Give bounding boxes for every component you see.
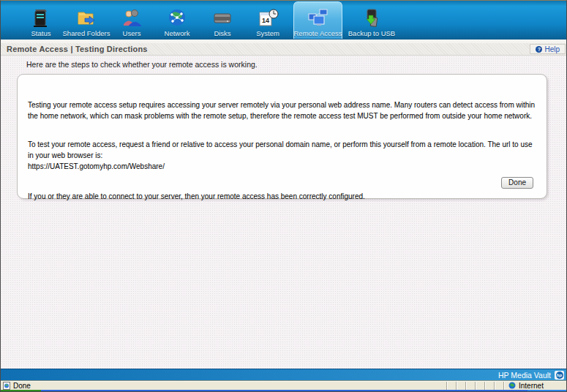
remote-access-icon [307,7,329,29]
users-icon [121,7,143,29]
status-pane [456,382,465,390]
server-icon [30,7,52,29]
calendar-day-number: 14 [262,17,269,24]
remote-access-url: https://UATEST.gotomyhp.com/Webshare/ [28,161,536,172]
disk-drive-icon [211,7,233,29]
toolbar-tab-users[interactable]: Users [109,2,154,39]
system-calendar-clock-icon: 14 [257,7,279,29]
instructions-panel: Testing your remote access setup require… [17,74,547,199]
hp-logo: hp [555,371,564,380]
content-area: Here are the steps to check whether your… [1,56,567,369]
internet-zone-icon [508,382,516,389]
hp-media-vault-window: Status Shared Folders Users [0,0,567,392]
toolbar-tab-network[interactable]: Network [154,2,200,39]
toolbar-tab-system[interactable]: 14 System [245,2,290,39]
tab-label: System [256,30,279,37]
browser-status-bar: Done Internet [1,380,567,390]
toolbar-tab-shared-folders[interactable]: Shared Folders [64,2,109,39]
toolbar-tab-backup-to-usb[interactable]: Backup to USB [345,2,398,39]
done-button[interactable]: Done [501,177,533,189]
status-pane [475,382,484,390]
section-title-bar: Remote Access | Testing Directions ? Hel… [1,43,567,56]
toolbar-tab-disks[interactable]: Disks [200,2,245,39]
tab-label: Status [31,30,51,37]
help-question-icon: ? [536,46,542,53]
status-pane [494,382,503,390]
toolbar-tab-status[interactable]: Status [18,2,64,39]
hp-logo-text: hp [556,372,563,379]
status-text: Done [13,382,31,390]
paragraph-test-instructions: To test your remote access, request a fr… [28,139,536,161]
tab-label: Shared Folders [63,30,110,37]
page-title: Remote Access | Testing Directions [1,45,148,53]
tab-label: Users [123,30,141,37]
backup-usb-icon [361,7,383,29]
intro-text: Here are the steps to check whether your… [26,60,258,69]
security-zone-pane: Internet [503,382,567,390]
toolbar-tab-remote-access[interactable]: Remote Access [293,1,342,39]
paragraph-network-mask: Testing your remote access setup require… [28,99,536,121]
shared-folders-icon [75,7,97,29]
main-toolbar: Status Shared Folders Users [1,1,567,39]
brand-text: HP Media Vault [498,371,551,380]
status-pane [446,382,456,390]
help-button[interactable]: ? Help [530,44,566,54]
status-pane [484,382,494,390]
hp-footer-bar: HP Media Vault hp [1,369,567,380]
zone-label: Internet [519,382,544,390]
paragraph-confirmation: If you or they are able to connect to yo… [28,191,536,202]
status-pane [465,382,475,390]
tab-label: Remote Access [294,30,342,37]
page-done-icon [3,382,10,390]
tab-label: Network [165,30,190,37]
tab-label: Disks [214,30,230,37]
network-globe-icon [166,7,188,29]
help-button-label: Help [544,45,560,53]
tab-label: Backup to USB [348,30,395,37]
